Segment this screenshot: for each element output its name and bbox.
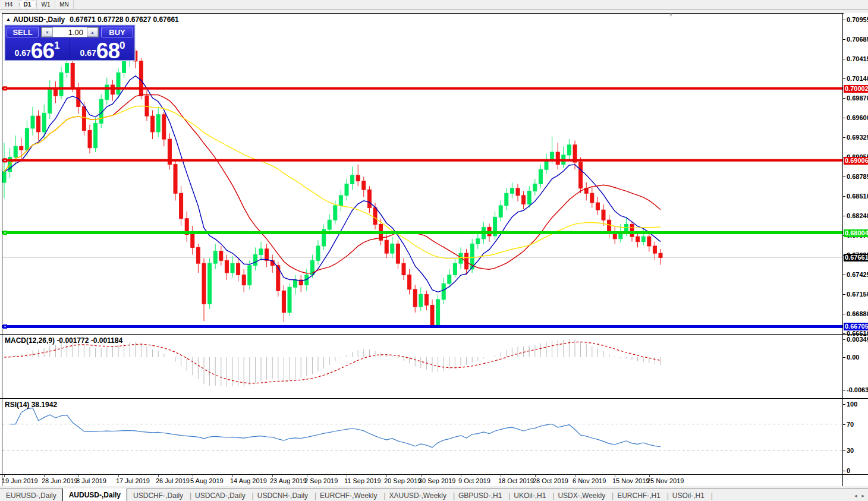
symbol-tab-bar: EURUSD-,DailyAUDUSD-,DailyUSDCHF-,Daily|…: [0, 489, 868, 501]
main-price-pane: [2, 47, 842, 329]
macd-indicator-label: MACD(12,26,9) -0.001772 -0.001184: [5, 336, 122, 345]
date-label: 19 Jun 2019: [2, 477, 38, 484]
timeframe-button-mn[interactable]: MN: [55, 0, 74, 9]
axis-tick-mark: [842, 404, 845, 405]
one-click-trade-panel: SELL ▼ 1.00 ▲ BUY 0.67 66 1 0.67 68 0: [5, 25, 135, 61]
volume-input[interactable]: 1.00: [53, 27, 87, 37]
date-label: 25 Nov 2019: [647, 477, 684, 484]
date-label: 2 Sep 2019: [304, 477, 338, 484]
tab-scroll-left-icon[interactable]: ◂: [854, 493, 857, 499]
date-label: 8 Jul 2019: [76, 477, 106, 484]
axis-tick-mark: [842, 216, 845, 216]
date-label: 11 Sep 2019: [344, 477, 381, 484]
price-line-label-0.66705: 0.66705: [844, 323, 868, 330]
scroll-to-end-icon[interactable]: ▼: [668, 12, 674, 18]
price-tick-label: 0.70685: [847, 36, 868, 43]
buy-price-big: 68: [96, 42, 119, 60]
price-tick-label: -0.00637: [847, 386, 868, 393]
axis-tick-mark: [842, 450, 845, 451]
timeframe-button-w1[interactable]: W1: [37, 0, 55, 9]
price-tick-label: 0.67425: [847, 271, 868, 278]
date-label: 28 Jun 2019: [42, 477, 78, 484]
sell-button[interactable]: SELL: [7, 27, 39, 37]
volume-decrease-button[interactable]: ▼: [42, 27, 53, 37]
axis-tick-mark: [842, 424, 845, 425]
tab-audusd-daily[interactable]: AUDUSD-,Daily: [62, 489, 127, 501]
tab-eurchf-h1[interactable]: EURCHF-,H1|: [611, 489, 666, 501]
price-tick-label: 100: [847, 401, 857, 408]
date-label: 18 Oct 2019: [498, 477, 534, 484]
date-label: 30 Sep 2019: [419, 477, 455, 484]
window-chrome-strip: [0, 10, 868, 13]
axis-tick-mark: [842, 20, 845, 20]
tab-usdcad-daily[interactable]: USDCAD-,Daily|: [189, 489, 251, 501]
tab-scroll-arrows: ◂ ▸: [854, 489, 864, 501]
axis-tick-mark: [842, 357, 845, 358]
axis-tick-mark: [842, 471, 845, 471]
trade-panel-divider: [70, 39, 70, 60]
axis-tick-mark: [842, 59, 845, 59]
date-label: 28 Oct 2019: [533, 477, 568, 484]
tab-ukoil-h1[interactable]: UKOil-,H1|: [508, 489, 552, 501]
axis-tick-mark: [842, 78, 845, 79]
date-label: 5 Aug 2019: [190, 477, 224, 484]
macd-window-separator[interactable]: [0, 334, 868, 335]
tab-eurusd-daily[interactable]: EURUSD-,Daily: [0, 489, 62, 501]
ma-line-45: [4, 106, 661, 259]
tab-usoil-h1[interactable]: USOil-,H1|: [666, 489, 710, 501]
price-tick-label: 0.68785: [847, 173, 868, 180]
trade-panel-top-row: SELL ▼ 1.00 ▲ BUY: [5, 26, 134, 39]
buy-price[interactable]: 0.67 68 0: [71, 39, 134, 61]
volume-increase-button[interactable]: ▲: [87, 27, 98, 37]
buy-button[interactable]: BUY: [101, 27, 133, 37]
axis-tick-mark: [842, 294, 845, 295]
price-tick-label: 0.67150: [847, 291, 868, 298]
axis-tick-mark: [842, 39, 845, 40]
price-tick-label: 0.70415: [847, 55, 868, 62]
tab-usdcnh-daily[interactable]: USDCNH-,Daily|: [251, 489, 314, 501]
trading-terminal: H4D1W1MN ▲AUDUSD-,Daily0.67671 0.67728 0…: [0, 0, 868, 501]
date-label: 23 Aug 2019: [270, 477, 307, 484]
price-line-label-0.69006: 0.69006: [844, 157, 868, 165]
tab-separator: |: [711, 491, 713, 500]
axis-tick-mark: [842, 177, 845, 177]
price-tick-label: 0.00: [847, 354, 859, 361]
tab-usdx-weekly[interactable]: USDX-,Weekly|: [552, 489, 611, 501]
tab-gbpusd-h1[interactable]: GBPUSD-,H1|: [452, 489, 508, 501]
price-tick-label: 0.68510: [847, 193, 868, 200]
price-tick-label: 0.70955: [847, 16, 868, 23]
rsi-indicator-label: RSI(14) 38.1942: [5, 401, 57, 409]
axis-tick-mark: [842, 137, 845, 138]
price-line-label-0.70002: 0.70002: [844, 85, 868, 93]
timeframe-toolbar: H4D1W1MN: [0, 0, 868, 10]
sell-price-prefix: 0.67: [15, 48, 31, 58]
date-label: 15 Nov 2019: [612, 477, 649, 484]
tab-xauusd-weekly[interactable]: XAUUSD-,Weekly|: [383, 489, 452, 501]
buy-price-pip: 0: [119, 40, 125, 52]
price-tick-label: 0.69325: [847, 134, 868, 141]
rsi-line: [10, 408, 661, 448]
price-line-label-0.68004: 0.68004: [844, 229, 868, 237]
rsi-window-separator[interactable]: [0, 398, 868, 399]
macd-pane: [4, 339, 661, 386]
axis-tick-mark: [842, 196, 845, 197]
date-label: 14 Aug 2019: [230, 477, 267, 484]
buy-price-prefix: 0.67: [80, 48, 96, 58]
chart-canvas[interactable]: [0, 0, 868, 501]
rsi-pane: [2, 408, 842, 450]
date-label: 26 Jul 2019: [156, 477, 190, 484]
date-axis-separator: [0, 474, 868, 475]
macd-signal-line: [4, 342, 661, 383]
sell-price[interactable]: 0.67 66 1: [5, 39, 69, 61]
tab-usdchf-daily[interactable]: USDCHF-,Daily|: [127, 489, 189, 501]
price-tick-label: 0.69600: [847, 114, 868, 121]
tab-eurchf-weekly[interactable]: EURCHF-,Weekly|: [314, 489, 383, 501]
collapse-triangle-icon[interactable]: ▲: [6, 17, 11, 22]
axis-tick-mark: [842, 314, 845, 314]
axis-tick-mark: [842, 333, 845, 334]
axis-tick-mark: [842, 275, 845, 275]
timeframe-button-h4[interactable]: H4: [0, 0, 18, 9]
tab-scroll-right-icon[interactable]: ▸: [861, 493, 864, 499]
chart-symbol-label: AUDUSD-,Daily: [13, 15, 65, 24]
timeframe-button-d1[interactable]: D1: [18, 0, 37, 9]
